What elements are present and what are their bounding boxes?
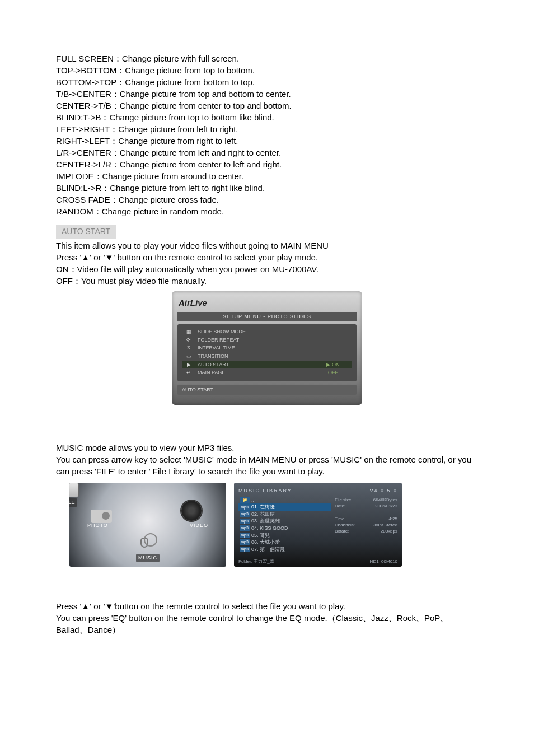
- setup-menu-screenshot: AirLive SETUP MENU - PHOTO SLIDES ▦SLIDE…: [172, 291, 362, 405]
- mlib-file-list: 📁..mp301. 在梅邊mp302. 花田錯mp303. 蓋世英雄mp304.…: [238, 497, 331, 553]
- setup-row-icon: ▶: [182, 361, 195, 369]
- figure-row: FILE PHOTO VIDEO MUSIC MUSIC LIBRARY V4.…: [69, 483, 478, 567]
- transition-line: L/R->CENTER：Change picture from left and…: [56, 147, 478, 158]
- mlib-row[interactable]: mp302. 花田錯: [238, 511, 331, 518]
- figure-setup-menu: AirLive SETUP MENU - PHOTO SLIDES ▦SLIDE…: [56, 291, 478, 405]
- meta-date-label: Date:: [335, 503, 345, 509]
- meta-filesize-value: 6646KBytes: [373, 497, 397, 503]
- section-header-autostart: AUTO START: [56, 225, 116, 239]
- setup-row-icon: ↩: [182, 368, 195, 377]
- file-type-badge: mp3: [240, 519, 250, 524]
- autostart-line2: Press '▲' or '▼' button on the remote co…: [56, 251, 478, 263]
- setup-row-icon: ⟳: [182, 336, 195, 344]
- autostart-line4: OFF：You must play video file manually.: [56, 275, 478, 287]
- setup-menu-table: ▦SLIDE SHOW MODE⟳FOLDER REPEAT⧖INTERVAL …: [182, 328, 352, 377]
- mlib-version: V4.0.5.0: [369, 487, 397, 494]
- mlib-row-name: 06. 大城小愛: [251, 539, 280, 546]
- setup-row-label: TRANSITION: [195, 352, 314, 361]
- mlib-row[interactable]: mp305. 哥兒: [238, 532, 331, 539]
- playmusic-line1: Press '▲' or '▼'button on the remote con…: [56, 600, 478, 612]
- meta-bitrate-label: Bitrate:: [335, 528, 349, 534]
- setup-row-option: [314, 336, 352, 344]
- autostart-line1: This item allows you to play your video …: [56, 240, 478, 251]
- setup-row-option: OFF: [314, 368, 352, 377]
- mainmenu-photo-label: PHOTO: [87, 522, 108, 529]
- meta-time-value: 4:25: [388, 516, 397, 522]
- mlib-row-name: 04. KISS GOOD: [251, 525, 288, 532]
- setup-title: SETUP MENU - PHOTO SLIDES: [177, 312, 357, 321]
- setup-row[interactable]: ▦SLIDE SHOW MODE: [182, 328, 352, 336]
- setup-row-option: [314, 352, 352, 361]
- mainmenu-file: FILE: [69, 483, 148, 507]
- mlib-title: MUSIC LIBRARY: [238, 487, 292, 494]
- playmusic-line2: You can press 'EQ' button on the remote …: [56, 612, 478, 636]
- transition-line: LEFT->RIGHT：Change picture from left to …: [56, 123, 478, 135]
- mlib-row-name: 02. 花田錯: [251, 511, 275, 518]
- airlive-logo: AirLive: [179, 297, 355, 309]
- mlib-row[interactable]: 📁..: [238, 497, 331, 504]
- transition-list: FULL SCREEN：Change picture with full scr…: [56, 53, 478, 217]
- setup-row[interactable]: ⧖INTERVAL TIME: [182, 344, 352, 352]
- setup-row[interactable]: ⟳FOLDER REPEAT: [182, 336, 352, 344]
- setup-row[interactable]: ↩MAIN PAGEOFF: [182, 368, 352, 377]
- transition-line: TOP->BOTTOM：Change picture from top to b…: [56, 64, 478, 76]
- transition-line: CENTER->L/R：Change picture from center t…: [56, 158, 478, 170]
- setup-row-label: SLIDE SHOW MODE: [195, 328, 314, 336]
- setup-row-label: MAIN PAGE: [195, 368, 314, 377]
- file-type-badge: 📁: [240, 497, 250, 503]
- mlib-row[interactable]: mp307. 第一個清晨: [238, 546, 331, 553]
- document-page: FULL SCREEN：Change picture with full scr…: [0, 0, 534, 756]
- file-type-badge: mp3: [240, 533, 250, 538]
- setup-row-label: AUTO START: [195, 361, 314, 369]
- foot-folder-label: Folder:: [238, 559, 252, 564]
- meta-time-label: Time:: [335, 516, 346, 522]
- file-type-badge: mp3: [240, 547, 250, 552]
- headphones-icon: [138, 533, 157, 552]
- setup-body: ▦SLIDE SHOW MODE⟳FOLDER REPEAT⧖INTERVAL …: [177, 324, 357, 381]
- setup-row[interactable]: ▭TRANSITION: [182, 352, 352, 361]
- mlib-row[interactable]: mp303. 蓋世英雄: [238, 517, 331, 525]
- mlib-row-name: 01. 在梅邊: [251, 503, 275, 511]
- music-line2: You can press arrow key to select 'MUSIC…: [56, 454, 478, 477]
- main-menu-screenshot: FILE PHOTO VIDEO MUSIC: [69, 483, 226, 567]
- meta-filesize-label: File size:: [335, 497, 353, 503]
- mainmenu-music-label: MUSIC: [136, 554, 160, 562]
- file-type-badge: mp3: [240, 525, 250, 531]
- transition-line: FULL SCREEN：Change picture with full scr…: [56, 53, 478, 64]
- transition-line: CENTER->T/B：Change picture from center t…: [56, 100, 478, 111]
- meta-channels-label: Channels:: [335, 522, 355, 528]
- transition-line: RANDOM：Change picture in random mode.: [56, 206, 478, 217]
- setup-row-icon: ⧖: [182, 344, 195, 352]
- camera-icon: [91, 510, 112, 523]
- setup-row-label: INTERVAL TIME: [195, 344, 314, 352]
- mlib-row-name: 03. 蓋世英雄: [251, 517, 280, 525]
- setup-row-option: [314, 344, 352, 352]
- setup-row[interactable]: ▶AUTO START▶ ON: [182, 361, 352, 369]
- meta-channels-value: Joint Stereo: [373, 522, 397, 528]
- setup-row-label: FOLDER REPEAT: [195, 336, 314, 344]
- meta-bitrate-value: 200kbps: [381, 528, 397, 534]
- music-library-screenshot: MUSIC LIBRARY V4.0.5.0 📁..mp301. 在梅邊mp30…: [234, 483, 402, 567]
- transition-line: BOTTOM->TOP：Change picture from bottom t…: [56, 76, 478, 88]
- mlib-row-name: 05. 哥兒: [251, 532, 270, 539]
- file-type-badge: mp3: [240, 505, 250, 510]
- mlib-row[interactable]: mp301. 在梅邊: [238, 503, 331, 511]
- setup-row-icon: ▦: [182, 328, 195, 336]
- mlib-row[interactable]: mp304. KISS GOOD: [238, 525, 331, 532]
- mlib-row[interactable]: mp306. 大城小愛: [238, 539, 331, 546]
- transition-line: BLIND:T->B：Change picture from top to bo…: [56, 111, 478, 123]
- film-reel-icon: [181, 501, 202, 521]
- transition-line: CROSS FADE：Change picture cross fade.: [56, 194, 478, 206]
- setup-row-option: [314, 328, 352, 336]
- setup-row-icon: ▭: [182, 352, 195, 361]
- meta-date-value: 2006/01/23: [375, 503, 397, 509]
- file-type-badge: mp3: [240, 511, 250, 517]
- mlib-row-name: ..: [251, 497, 254, 504]
- transition-line: RIGHT->LEFT：Change picture from right to…: [56, 135, 478, 147]
- mlib-row-name: 07. 第一個清晨: [251, 546, 285, 553]
- mlib-meta: File size:6646KBytes Date:2006/01/23 Tim…: [335, 497, 397, 553]
- foot-mode: 00M010: [381, 559, 397, 564]
- autostart-line3: ON：Video file will play automatically wh…: [56, 263, 478, 275]
- foot-hd: HD1: [370, 559, 379, 564]
- transition-line: BLIND:L->R：Change picture from left to r…: [56, 182, 478, 194]
